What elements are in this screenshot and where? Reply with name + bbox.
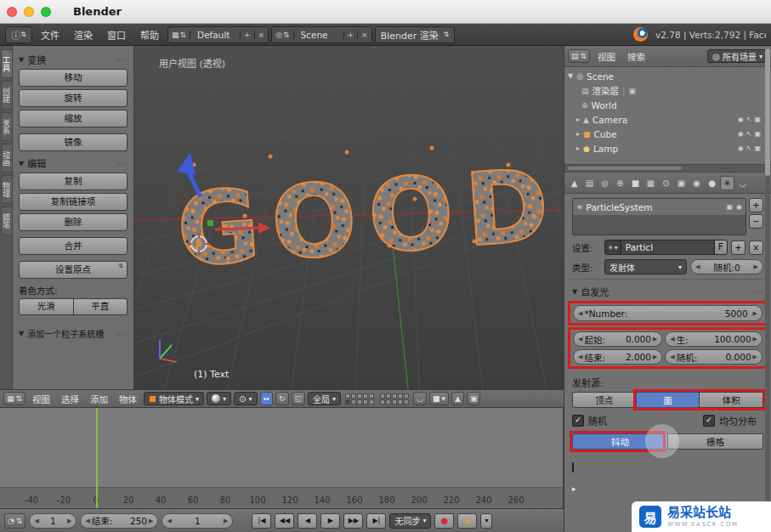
delete-layout-button[interactable]: × (254, 31, 269, 39)
properties-scrollbar[interactable] (765, 48, 770, 526)
menu-help[interactable]: 帮助 (134, 28, 165, 42)
render-restrict-icon[interactable]: ▣ (754, 130, 761, 138)
playhead[interactable] (96, 408, 98, 508)
scrollbar-thumb[interactable] (765, 48, 770, 176)
scale-button[interactable]: 缩放 (19, 110, 128, 127)
expand-icon[interactable]: ▸ (576, 116, 580, 123)
delete-scene-button[interactable]: × (357, 31, 371, 39)
set-origin-dropdown[interactable]: 设置原点 ⇅ (19, 261, 128, 279)
tab-animation[interactable]: 动画 (1, 144, 12, 173)
lifetime-field[interactable]: ◀生:100.000▶ (665, 331, 762, 347)
layers-widget-left[interactable] (345, 393, 374, 405)
keying-set-dropdown[interactable]: ▾ (480, 513, 492, 529)
editor-type-button[interactable]: ▦⇅ (3, 392, 26, 405)
next-keyframe-button[interactable]: ▶▶ (343, 513, 363, 529)
manipulator-rotate-button[interactable]: ↻ (275, 392, 289, 405)
seed-field[interactable]: ◀随机:0▶ (690, 259, 763, 274)
render-opengl-anim-button[interactable]: ▣ (467, 392, 481, 405)
emit-volume-button[interactable]: 体积 (699, 392, 763, 408)
layout-browse-button[interactable]: ▦⇅ (168, 31, 190, 39)
menu-window[interactable]: 窗口 (101, 28, 132, 42)
layout-name-field[interactable]: Default (190, 30, 240, 40)
vp-menu-view[interactable]: 视图 (28, 393, 54, 405)
start-frame-field[interactable]: ◀1▶ (29, 513, 77, 529)
render-restrict-icon[interactable]: ▣ (754, 144, 761, 152)
jittered-button[interactable]: 抖动 (572, 433, 668, 450)
add-particle-slot-button[interactable]: + (749, 198, 763, 212)
tab-create[interactable]: 创建 (1, 81, 12, 110)
outliner-scope-dropdown[interactable]: ◎所有场景▾ (707, 49, 768, 63)
sync-dropdown[interactable]: 无同步▾ (389, 513, 431, 529)
duplicate-linked-button[interactable]: 复制链接项 (19, 193, 128, 211)
rotate-button[interactable]: 旋转 (19, 89, 128, 107)
scene-browse-button[interactable]: ◎⇅ (272, 31, 293, 39)
render-icon[interactable]: ▣ (726, 203, 733, 211)
frame-end-field[interactable]: ◀结束:2.000▶ (573, 349, 662, 365)
snap-element-dropdown[interactable]: ■▾ (429, 392, 449, 405)
zoom-window-button[interactable] (41, 7, 51, 17)
keying-set-button[interactable]: ◆ (457, 513, 477, 529)
tab-scene[interactable]: ◎ (598, 176, 612, 190)
panel-edit-header[interactable]: ▼ 编辑 ⠶⠶ (19, 156, 128, 170)
pivot-dropdown[interactable]: ⊙▾ (234, 392, 257, 405)
timeline-editor-type-button[interactable]: ◔⇅ (4, 513, 26, 529)
shading-dropdown[interactable]: ▾ (207, 392, 231, 405)
random-checkbox[interactable]: ✓ (572, 415, 584, 427)
tab-physics[interactable]: ◡ (735, 176, 750, 190)
outliner-row-lamp[interactable]: ▸ ● Lamp ◉↖▣ (568, 141, 768, 156)
timeline-editor[interactable]: -40 -20 0 20 40 60 80 100 120 140 160 18… (0, 408, 564, 508)
mirror-button[interactable]: 镜像 (19, 133, 128, 151)
delete-button[interactable]: 删除 (19, 213, 128, 231)
menu-file[interactable]: 文件 (35, 28, 65, 42)
tab-render[interactable]: ▲ (567, 176, 581, 190)
jump-to-start-button[interactable]: |◀ (252, 513, 271, 529)
close-window-button[interactable] (7, 7, 17, 17)
outliner-menu-view[interactable]: 视图 (593, 50, 620, 63)
outliner-row-cube[interactable]: ▸ ■ Cube ◉↖▣ (568, 127, 768, 141)
prev-keyframe-button[interactable]: ◀◀ (275, 513, 294, 529)
duplicate-button[interactable]: 复制 (19, 173, 128, 190)
jump-to-end-button[interactable]: ▶| (366, 513, 386, 529)
manipulator-scale-button[interactable]: ◱ (292, 392, 306, 405)
mode-dropdown[interactable]: 物体模式▾ (144, 392, 204, 405)
minimize-window-button[interactable] (24, 7, 34, 17)
tab-object[interactable]: ■ (628, 176, 643, 190)
expand-icon[interactable]: ▸ (576, 144, 580, 152)
cursor-icon[interactable]: ↖ (746, 144, 752, 152)
render-restrict-icon[interactable]: ▣ (754, 116, 761, 123)
modifier-stack-checkbox[interactable] (572, 462, 574, 473)
expand-icon[interactable]: ▸ (576, 130, 580, 138)
shade-flat-button[interactable]: 平直 (73, 298, 128, 315)
manipulator-translate-button[interactable]: ↔ (260, 392, 274, 405)
settings-name-field[interactable]: Particl (621, 240, 714, 255)
tab-render-layers[interactable]: ▤ (582, 176, 597, 190)
translate-button[interactable]: 移动 (19, 69, 128, 87)
unlink-settings-button[interactable]: × (749, 241, 763, 255)
outliner-row-world[interactable]: ⊕ World (568, 98, 768, 112)
particle-number-field[interactable]: ◀ *Number: 5000 ▶ (573, 305, 762, 321)
vp-menu-object[interactable]: 物体 (115, 393, 141, 405)
tab-relations[interactable]: 关系 (1, 112, 12, 141)
end-frame-field[interactable]: ◀结束:250▶ (80, 513, 158, 529)
menu-render[interactable]: 渲染 (68, 28, 99, 42)
info-editor-button[interactable]: ⓘ ⇅ (5, 26, 32, 43)
timeline-ruler[interactable]: -40 -20 0 20 40 60 80 100 120 140 160 18… (0, 487, 563, 508)
vp-menu-select[interactable]: 选择 (57, 393, 83, 405)
tab-texture[interactable]: ● (705, 176, 719, 190)
browse-settings-button[interactable]: ✳▾ (604, 240, 621, 255)
viewport-3d[interactable]: GOOD (134, 46, 564, 389)
tab-world[interactable]: ⊕ (613, 176, 627, 190)
layers-widget-right[interactable] (380, 393, 409, 405)
frame-start-field[interactable]: ◀起始:0.000▶ (573, 331, 662, 347)
scene-name-field[interactable]: Scene (294, 30, 343, 40)
orientation-dropdown[interactable]: 全局▾ (308, 392, 341, 405)
cursor-icon[interactable]: ↖ (746, 130, 752, 138)
play-reverse-button[interactable]: ◀ (298, 513, 317, 529)
outliner-menu-search[interactable]: 搜索 (623, 50, 649, 63)
vp-menu-add[interactable]: 添加 (86, 393, 112, 405)
shade-smooth-button[interactable]: 光滑 (19, 298, 74, 315)
tab-grease-pencil[interactable]: 蜡笔 (1, 207, 12, 235)
add-scene-button[interactable]: + (343, 31, 358, 39)
tab-data[interactable]: ▣ (674, 176, 689, 190)
outliner-row-camera[interactable]: ▸ ▲ Camera ◉↖▣ (568, 112, 768, 127)
